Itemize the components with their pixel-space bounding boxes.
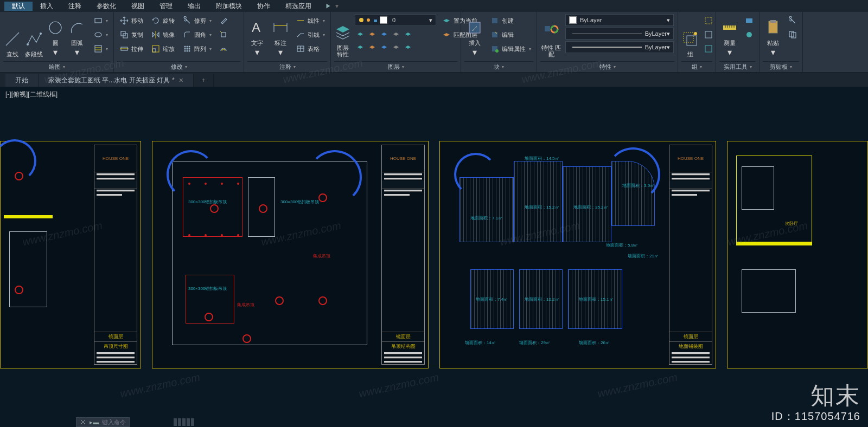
command-line[interactable]: ▸▬ 键入命令: [76, 417, 130, 427]
tool-copy[interactable]: 复制: [117, 28, 145, 41]
tool-scale[interactable]: 缩放: [149, 42, 177, 55]
svg-point-24: [187, 48, 188, 50]
tool-offset-icon[interactable]: [217, 42, 230, 55]
tool-mirror[interactable]: 镜像: [149, 28, 177, 41]
menu-item-parametric[interactable]: 参数化: [89, 2, 124, 11]
block-editattr[interactable]: 编辑属性▾: [488, 42, 533, 55]
layer-lock2-icon[interactable]: [403, 28, 413, 40]
svg-marker-0: [327, 4, 330, 9]
tool-trim[interactable]: 修剪▾: [180, 14, 214, 27]
tool-text[interactable]: A 文字▾: [247, 14, 267, 57]
util-icon2[interactable]: [743, 28, 756, 41]
tab-new[interactable]: +: [194, 74, 214, 87]
tool-rotate[interactable]: 旋转: [149, 14, 177, 27]
svg-marker-16: [152, 33, 155, 37]
play-icon[interactable]: [324, 2, 332, 10]
tool-ellipse-icon[interactable]: ▾: [92, 28, 110, 41]
chevron-right-icon: ▸▬: [90, 419, 99, 426]
svg-rect-50: [684, 33, 693, 42]
copy-clip-icon[interactable]: [786, 28, 799, 41]
titleblock-1: HOUSE ONE 镜面层 吊顶尺寸图: [94, 145, 137, 365]
tool-hatch-icon[interactable]: ▾: [92, 42, 110, 55]
block-edit[interactable]: 编辑: [488, 28, 533, 41]
layer-properties[interactable]: 图层 特性: [334, 14, 352, 57]
group-icon2[interactable]: [702, 28, 715, 41]
sheet-4[interactable]: 次卧厅: [727, 141, 868, 368]
drawing-sheets: HOUSE ONE 镜面层 吊顶尺寸图: [0, 141, 868, 368]
tool-explode-icon[interactable]: [217, 28, 230, 41]
tool-polyline[interactable]: 多段线: [25, 14, 43, 57]
id-label: ID：1157054716: [771, 409, 860, 424]
layer-icon6[interactable]: [355, 41, 366, 53]
menu-item-annotate[interactable]: 注释: [61, 2, 89, 11]
tab-drawing[interactable]: 家装全套施工图纸 平...水电 开关插座 灯具* ×: [39, 74, 194, 87]
cut-icon[interactable]: [786, 14, 799, 27]
tool-paste[interactable]: 粘贴▾: [763, 14, 783, 57]
svg-rect-44: [492, 32, 497, 37]
linetype-combo[interactable]: ByLayer▾: [565, 28, 674, 40]
svg-point-2: [27, 43, 29, 46]
layer-iso-icon[interactable]: [367, 28, 378, 40]
tab-start[interactable]: 开始: [5, 74, 39, 87]
menu-item-collab[interactable]: 协作: [250, 2, 278, 11]
menu-item-insert[interactable]: 插入: [33, 2, 61, 11]
close-icon[interactable]: ×: [179, 76, 183, 85]
block-insert[interactable]: 插入▾: [464, 14, 484, 57]
panel-utility: 测量▾ 实用工具▾: [716, 12, 760, 72]
menu-item-addins[interactable]: 附加模块: [208, 2, 250, 11]
layer-icon9[interactable]: [391, 41, 401, 53]
menu-item-view[interactable]: 视图: [124, 2, 152, 11]
tool-dimension[interactable]: 标注▾: [271, 14, 291, 57]
tool-fillet[interactable]: 圆角▾: [180, 28, 214, 41]
svg-rect-43: [492, 18, 497, 23]
group-icon1[interactable]: [702, 14, 715, 27]
tool-table[interactable]: 表格: [293, 42, 327, 55]
panel-layers: 图层 特性 0 ▾: [331, 12, 461, 72]
sheet-2[interactable]: 300×300铝扣板吊顶 300×300铝扣板吊顶 300×300铝扣板吊顶 集…: [152, 141, 429, 368]
util-icon1[interactable]: [743, 14, 756, 27]
sheet-3[interactable]: 墙面面积：14.5㎡ 地面面积：3.5㎡ 地面面积：7.1㎡ 地面面积：15.2…: [439, 141, 716, 368]
tool-circle[interactable]: 圆▾: [47, 14, 65, 57]
viewport-label[interactable]: [-][俯视][二维线框]: [5, 90, 58, 99]
command-prompt: 键入命令: [102, 418, 126, 426]
block-create[interactable]: 创建: [488, 14, 533, 27]
layer-state-icon[interactable]: [355, 28, 366, 40]
layout-tabs-icon[interactable]: [174, 418, 194, 426]
menu-item-featured[interactable]: 精选应用: [278, 2, 319, 11]
tool-line[interactable]: 直线: [3, 14, 22, 57]
layer-combo[interactable]: 0 ▾: [355, 14, 436, 26]
layer-icon7[interactable]: [367, 41, 378, 53]
lineweight-combo[interactable]: ByLayer▾: [565, 41, 674, 53]
layer-icon10[interactable]: [403, 41, 413, 53]
file-tabs: 开始 家装全套施工图纸 平...水电 开关插座 灯具* × +: [0, 73, 868, 87]
match-properties[interactable]: 特性 匹配: [540, 14, 562, 57]
tool-arc[interactable]: 圆弧▾: [68, 14, 86, 57]
svg-point-25: [189, 48, 190, 50]
menu-item-output[interactable]: 输出: [180, 2, 208, 11]
sheet-1[interactable]: HOUSE ONE 镜面层 吊顶尺寸图: [0, 141, 141, 368]
tool-linetype[interactable]: 线性▾: [293, 14, 327, 27]
tool-array[interactable]: 阵列▾: [180, 42, 214, 55]
svg-marker-17: [157, 33, 159, 37]
color-combo[interactable]: ByLayer▾: [565, 14, 674, 26]
model-viewport[interactable]: [-][俯视][二维线框] HOUSE ONE 镜面层 吊顶尺寸图: [0, 87, 868, 417]
cmd-close-icon[interactable]: [80, 419, 86, 425]
menu-item-manage[interactable]: 管理: [152, 2, 180, 11]
tool-leader[interactable]: 引线▾: [293, 28, 327, 41]
layer-freeze-icon[interactable]: [379, 28, 390, 40]
svg-point-3: [40, 33, 42, 35]
menu-item-default[interactable]: 默认: [4, 2, 33, 11]
tool-measure[interactable]: 测量▾: [719, 14, 739, 57]
svg-rect-62: [746, 18, 752, 23]
svg-rect-53: [705, 17, 712, 24]
tool-group[interactable]: 组: [681, 14, 699, 57]
tool-move[interactable]: 移动: [117, 14, 145, 27]
tool-stretch[interactable]: 拉伸: [117, 42, 145, 55]
tool-erase-icon[interactable]: [217, 14, 230, 27]
layer-off-icon[interactable]: [391, 28, 401, 40]
group-icon3[interactable]: [702, 42, 715, 55]
panel-group: 组 组▾: [678, 12, 716, 72]
layer-icon8[interactable]: [379, 41, 390, 53]
tool-rect-icon[interactable]: ▾: [92, 14, 110, 27]
sun-icon: [366, 17, 371, 23]
